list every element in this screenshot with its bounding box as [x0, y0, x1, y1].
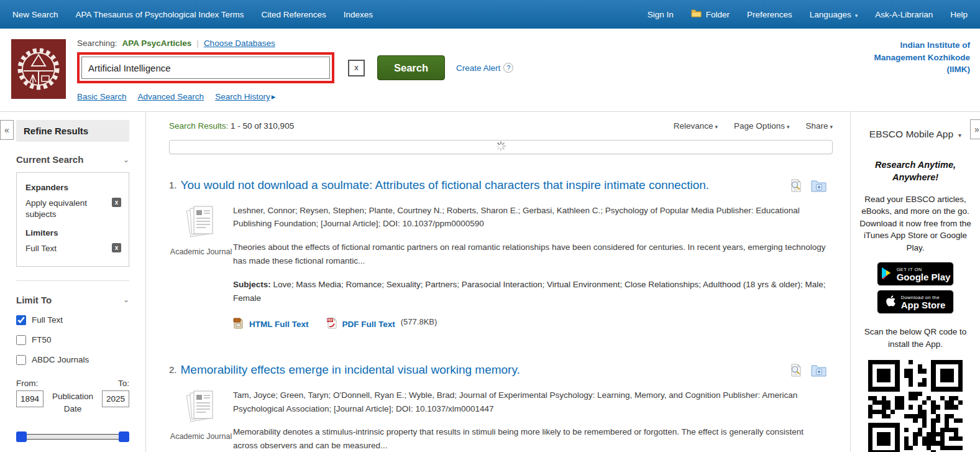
limiter-chip-label: Full Text: [25, 243, 100, 254]
current-database: APA PsycArticles: [122, 39, 192, 48]
source-type-label: Academic Journal: [169, 431, 233, 442]
new-search-link[interactable]: New Search: [12, 10, 58, 19]
result-citation: Leshner, Connor; Reysen, Stephen; Plante…: [233, 204, 827, 231]
sign-in-link[interactable]: Sign In: [648, 10, 674, 19]
academic-journal-icon: [186, 417, 217, 428]
search-button[interactable]: Search: [377, 55, 445, 80]
svg-text:PDF: PDF: [327, 319, 332, 322]
ft50-checkbox[interactable]: [16, 335, 26, 345]
current-search-section-toggle[interactable]: Current Search ⌄: [16, 154, 129, 165]
share-dropdown[interactable]: Share▾: [805, 121, 833, 131]
slider-handle-max[interactable]: [119, 431, 129, 442]
expand-arrow-icon: ▸: [272, 92, 276, 101]
badge-line2: Google Play: [897, 272, 951, 282]
spinner-icon: [496, 141, 506, 154]
search-input[interactable]: [81, 57, 330, 79]
slider-handle-min[interactable]: [16, 431, 27, 442]
result-title-link[interactable]: Memorability effects emerge in incidenta…: [181, 362, 520, 377]
preview-icon[interactable]: [789, 364, 803, 381]
search-history-link[interactable]: Search History: [215, 92, 270, 101]
preferences-link[interactable]: Preferences: [747, 10, 792, 19]
ebsco-search-page: New Search APA Thesaurus of Psychologica…: [0, 0, 980, 452]
basic-search-link[interactable]: Basic Search: [77, 92, 127, 101]
result-title-link[interactable]: You would not download a soulmate: Attri…: [181, 178, 710, 193]
to-year-input[interactable]: [102, 390, 129, 407]
full-text-checkbox-label[interactable]: Full Text: [32, 315, 63, 325]
result-number: 1.: [169, 178, 177, 190]
result-subjects: Subjects: Love; Mass Media; Romance; Sex…: [233, 278, 827, 305]
help-tooltip-icon[interactable]: ?: [503, 63, 513, 73]
top-nav-left: New Search APA Thesaurus of Psychologica…: [12, 10, 373, 19]
chevron-down-icon: ⌄: [123, 155, 129, 164]
google-play-badge[interactable]: GET IT ON Google Play: [877, 262, 954, 286]
caret-down-icon: ▾: [958, 132, 961, 139]
mobile-app-title: EBSCO Mobile App: [869, 129, 953, 139]
caret-down-icon: ▾: [830, 124, 833, 130]
limit-to-section-toggle[interactable]: Limit To ⌄: [16, 295, 129, 305]
relevance-sort-dropdown[interactable]: Relevance▾: [674, 121, 718, 131]
qr-code: [856, 360, 975, 452]
pdf-file-size: (577.8KB): [401, 317, 437, 326]
expander-chip-label: Apply equivalent subjects: [25, 198, 100, 220]
publication-date-slider: [16, 431, 129, 443]
limiter-chip: Full Text x: [25, 243, 121, 254]
ft50-checkbox-label[interactable]: FT50: [32, 335, 52, 344]
refine-results-sidebar: Refine Results Current Search ⌄ Expander…: [0, 113, 146, 452]
current-search-box: Expanders Apply equivalent subjects x Li…: [16, 172, 129, 267]
ask-a-librarian-link[interactable]: Ask-A-Librarian: [875, 10, 933, 19]
academic-journal-icon: [186, 233, 217, 243]
thesaurus-link[interactable]: APA Thesaurus of Psychological Index Ter…: [76, 10, 244, 19]
expander-chip: Apply equivalent subjects x: [25, 198, 121, 220]
institution-name: Indian Institute of Management Kozhikode…: [871, 39, 970, 76]
to-label: To:: [118, 379, 129, 388]
remove-expander-button[interactable]: x: [112, 198, 121, 207]
mobile-app-dropdown[interactable]: EBSCO Mobile App▾: [856, 129, 975, 140]
collapse-left-sidebar-button[interactable]: «: [0, 120, 14, 140]
cited-references-link[interactable]: Cited References: [261, 10, 326, 19]
advanced-search-link[interactable]: Advanced Search: [138, 92, 204, 101]
pdf-full-text-link[interactable]: PDF Full Text: [342, 320, 395, 329]
abdc-journals-checkbox-row: ABDC Journals: [16, 355, 129, 365]
full-text-checkbox[interactable]: [16, 315, 26, 325]
collapse-right-sidebar-button[interactable]: »: [970, 119, 980, 139]
result-number: 2.: [169, 362, 177, 375]
clear-search-button[interactable]: x: [348, 60, 365, 76]
search-header: Searching: APA PsycArticles | Choose Dat…: [0, 29, 980, 112]
html-full-text-link[interactable]: HTML Full Text: [249, 320, 309, 329]
app-store-badge[interactable]: Download on the App Store: [877, 290, 954, 314]
preview-icon[interactable]: [789, 179, 803, 196]
help-link[interactable]: Help: [950, 10, 968, 19]
indexes-link[interactable]: Indexes: [344, 10, 373, 19]
ft50-checkbox-row: FT50: [16, 335, 129, 345]
abdc-journals-checkbox[interactable]: [16, 355, 26, 365]
full-text-checkbox-row: Full Text: [16, 315, 129, 325]
folder-link[interactable]: Folder: [691, 9, 730, 19]
add-to-folder-icon[interactable]: [811, 179, 827, 196]
results-summary: Search Results: 1 - 50 of 310,905: [169, 121, 294, 131]
create-alert-link[interactable]: Create Alert: [456, 63, 500, 73]
from-label: From:: [16, 379, 38, 388]
caret-down-icon: ▾: [787, 124, 790, 130]
languages-dropdown[interactable]: Languages▾: [810, 10, 858, 19]
from-year-input[interactable]: [16, 390, 44, 407]
page-options-dropdown[interactable]: Page Options▾: [734, 121, 789, 131]
choose-databases-link[interactable]: Choose Databases: [204, 39, 275, 48]
loading-bar: [169, 140, 833, 154]
result-item: 1. You would not download a soulmate: At…: [169, 178, 833, 331]
add-to-folder-icon[interactable]: [811, 364, 827, 381]
folder-label: Folder: [706, 10, 730, 19]
result-abstract: Memorability denotes a stimulus-intrinsi…: [233, 425, 827, 452]
chevron-down-icon: ⌄: [123, 295, 129, 304]
abdc-journals-checkbox-label[interactable]: ABDC Journals: [32, 355, 89, 364]
search-input-highlight: [77, 52, 334, 83]
top-nav-right: Sign In Folder Preferences Languages▾ As…: [648, 9, 968, 19]
badge-line2: App Store: [901, 300, 946, 310]
pdf-full-text-icon: PDF: [326, 317, 337, 331]
slider-track[interactable]: [17, 434, 128, 440]
remove-limiter-button[interactable]: x: [112, 243, 121, 252]
top-navigation-bar: New Search APA Thesaurus of Psychologica…: [0, 0, 980, 29]
limit-to-title: Limit To: [16, 295, 52, 305]
caret-down-icon: ▾: [715, 124, 718, 130]
searching-label: Searching:: [77, 39, 117, 48]
qr-instruction-text: Scan the below QR code to install the Ap…: [856, 326, 975, 350]
